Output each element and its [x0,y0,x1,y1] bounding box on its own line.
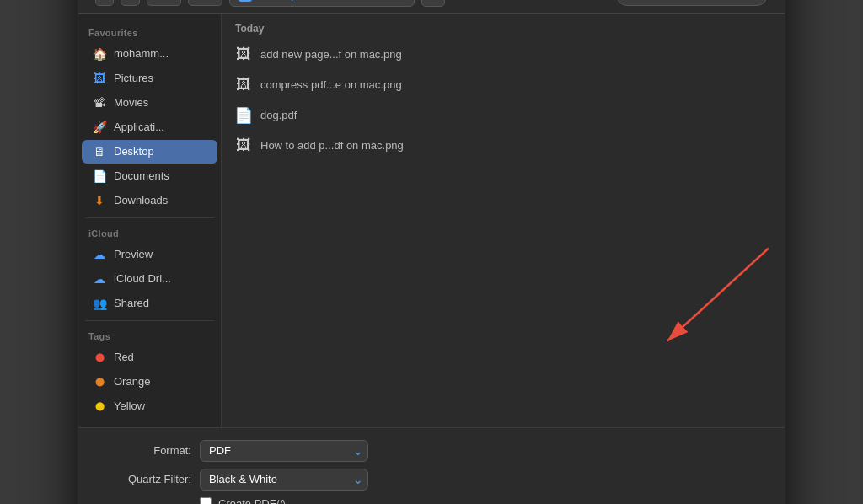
preview-icon: ☁ [92,247,107,262]
quartz-label: Quartz Filter: [99,473,191,485]
grid-icon: ⊞ [197,0,206,1]
sidebar-preview-label: Preview [114,248,153,260]
quartz-row: Quartz Filter: None Black & White Blue T… [99,469,764,491]
file-icon-3: 📄 [235,105,252,126]
view-columns-button[interactable]: ⊞ ▾ [147,0,181,6]
location-selector[interactable]: 🖥 Desktop ⌄ ⌃ [229,0,415,7]
desktop-icon: 🖥 [239,0,252,2]
divider-tags [85,320,214,321]
view-grid-button[interactable]: ⊞ ▾ [188,0,222,6]
pictures-icon: 🖼 [92,71,107,86]
sidebar-tag-red[interactable]: ⬤ Red [82,346,217,369]
file-item-1[interactable]: 🖼 add new page...f on mac.png [222,40,785,70]
quartz-select[interactable]: None Black & White Blue Tone Gray Tone [200,469,368,491]
sidebar-item-desktop[interactable]: 🖥 Desktop [82,140,217,164]
tag-orange-icon: ⬤ [92,374,107,389]
movies-icon: 📽 [92,95,107,110]
dialog-body: Favourites 🏠 mohamm... 🖼 Pictures 📽 Movi… [78,14,785,427]
icloud-label: iCloud [78,223,221,242]
file-name-4: How to add p...df on mac.png [260,139,404,152]
sidebar-documents-label: Documents [114,169,169,182]
forward-button[interactable]: › [121,0,139,6]
sidebar-tag-orange[interactable]: ⬤ Orange [82,370,217,394]
sidebar-item-applications[interactable]: 🚀 Applicati... [82,115,217,139]
sidebar-desktop-label: Desktop [114,145,154,158]
divider-icloud [85,217,214,218]
favourites-label: Favourites [78,23,221,41]
file-name-3: dog.pdf [260,109,297,121]
expand-button[interactable]: ∧ [421,0,445,7]
sidebar-pictures-label: Pictures [114,72,153,84]
sidebar-applications-label: Applicati... [114,121,164,133]
icloud-drive-icon: ☁ [92,271,107,287]
toolbar: ‹ › ⊞ ▾ ⊞ ▾ 🖥 Desktop ⌄ ⌃ ∧ 🔍 [78,0,785,14]
file-icon-2: 🖼 [235,75,252,95]
format-select[interactable]: PDF JPEG PNG TIFF [200,440,368,462]
file-item-4[interactable]: 🖼 How to add p...df on mac.png [222,131,785,161]
back-button[interactable]: ‹ [95,0,114,6]
sidebar-item-documents[interactable]: 📄 Documents [82,164,217,188]
documents-icon: 📄 [92,169,107,184]
file-item-2[interactable]: 🖼 compress pdf...e on mac.png [222,70,785,100]
checkboxes-row: Create PDF/A Create Linearised PDF Permi… [99,497,764,505]
tag-red-label: Red [114,351,134,363]
applications-icon: 🚀 [92,120,107,135]
shared-icon: 👥 [92,296,107,311]
desktop-sidebar-icon: 🖥 [92,144,107,159]
file-name-2: compress pdf...e on mac.png [260,78,402,91]
sidebar-item-downloads[interactable]: ⬇ Downloads [82,189,217,212]
file-icon-4: 🖼 [235,136,252,156]
file-item-3[interactable]: 📄 dog.pdf [222,100,785,131]
tag-red-icon: ⬤ [92,350,107,365]
sidebar: Favourites 🏠 mohamm... 🖼 Pictures 📽 Movi… [78,14,222,427]
tag-yellow-label: Yellow [114,399,145,412]
sidebar-item-movies[interactable]: 📽 Movies [82,91,217,115]
sidebar-item-shared[interactable]: 👥 Shared [82,292,217,315]
create-pdfa-checkbox[interactable] [200,497,212,504]
columns-icon: ⊞ [156,0,164,1]
file-area: Today 🖼 add new page...f on mac.png 🖼 co… [222,14,785,427]
today-label: Today [222,14,785,40]
sidebar-icloud-drive-label: iCloud Dri... [114,272,171,285]
sidebar-shared-label: Shared [114,297,149,309]
downloads-icon: ⬇ [92,193,107,208]
sidebar-tag-yellow[interactable]: ⬤ Yellow [82,394,217,418]
sidebar-downloads-label: Downloads [114,194,168,206]
format-row: Format: PDF JPEG PNG TIFF ⌄ [99,440,764,462]
tags-section-label: Tags [78,326,221,345]
sidebar-item-preview[interactable]: ☁ Preview [82,243,217,266]
sidebar-item-home[interactable]: 🏠 mohamm... [82,42,217,66]
search-input[interactable] [616,0,768,6]
create-pdfa-label: Create PDF/A [218,497,287,505]
sidebar-home-label: mohamm... [114,47,169,60]
sidebar-item-icloud-drive[interactable]: ☁ iCloud Dri... [82,267,217,291]
create-pdfa-row: Create PDF/A [200,497,330,505]
file-icon-1: 🖼 [235,45,252,65]
format-label: Format: [99,444,191,457]
tag-yellow-icon: ⬤ [92,399,107,414]
options-panel: Format: PDF JPEG PNG TIFF ⌄ Quartz Filte… [78,427,785,505]
tag-orange-label: Orange [114,375,150,388]
file-name-1: add new page...f on mac.png [260,48,402,61]
sidebar-movies-label: Movies [114,96,148,109]
search-wrapper: 🔍 [616,0,768,6]
home-icon: 🏠 [92,46,107,62]
format-select-wrapper: PDF JPEG PNG TIFF ⌄ [200,440,368,462]
quartz-select-wrapper: None Black & White Blue Tone Gray Tone ⌄ [200,469,368,491]
sidebar-item-pictures[interactable]: 🖼 Pictures [82,67,217,90]
location-label: Desktop [257,0,297,1]
search-icon: 🔍 [623,0,635,1]
